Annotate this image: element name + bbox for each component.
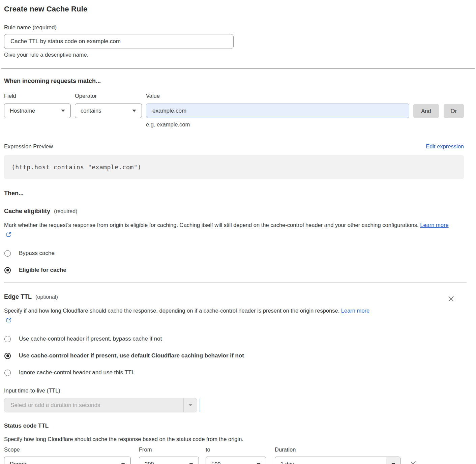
- from-select[interactable]: 200: [139, 457, 199, 464]
- value-help: e.g. example.com: [146, 121, 409, 128]
- or-button[interactable]: Or: [444, 104, 464, 118]
- to-label: to: [206, 446, 266, 453]
- value-input[interactable]: [146, 104, 409, 118]
- radio-label[interactable]: Eligible for cache: [19, 267, 66, 273]
- from-select-value: 200: [145, 461, 154, 464]
- rule-name-help: Give your rule a descriptive name.: [4, 52, 464, 58]
- operator-select-value: contains: [81, 108, 101, 114]
- edge-ttl-section: Edge TTL (optional) Specify if and how l…: [4, 293, 464, 464]
- external-link-icon: [6, 316, 11, 325]
- status-code-ttl-description: Specify how long Cloudflare should cache…: [4, 436, 464, 442]
- radio-label[interactable]: Bypass cache: [19, 250, 55, 257]
- radio-button[interactable]: [4, 336, 11, 342]
- value-label: Value: [146, 93, 409, 99]
- radio-button[interactable]: [4, 250, 11, 257]
- scope-column: Scope Range: [4, 446, 131, 464]
- chevron-down-icon: [121, 463, 125, 464]
- ttl-duration-placeholder: Select or add a duration in seconds: [4, 398, 183, 412]
- operator-column: Operator contains: [75, 93, 142, 118]
- expression-preview-header: Expression Preview Edit expression: [4, 143, 464, 150]
- field-column: Field Hostname: [4, 93, 71, 118]
- radio-label[interactable]: Ignore cache-control header and use this…: [19, 369, 135, 376]
- from-label: From: [139, 446, 199, 453]
- chevron-down-icon: [132, 110, 136, 112]
- learn-more-link[interactable]: Learn more: [341, 308, 369, 314]
- cache-eligibility-section: Cache eligibility (required) Mark whethe…: [4, 208, 464, 273]
- scope-select[interactable]: Range: [4, 457, 131, 464]
- chevron-down-icon: [188, 404, 192, 406]
- optional-tag: (optional): [35, 294, 58, 300]
- scope-select-value: Range: [10, 461, 26, 464]
- field-label: Field: [4, 93, 71, 99]
- status-code-ttl-heading: Status code TTL: [4, 423, 464, 429]
- edge-ttl-header: Edge TTL (optional): [4, 293, 464, 300]
- to-column: to 599: [206, 446, 266, 464]
- section-divider: [1, 68, 475, 69]
- operator-select[interactable]: contains: [75, 104, 142, 118]
- edge-ttl-description: Specify if and how long Cloudflare shoul…: [4, 306, 375, 325]
- delete-row-icon[interactable]: [410, 450, 417, 464]
- ttl-duration-select[interactable]: Select or add a duration in seconds: [4, 398, 197, 412]
- to-select-value: 599: [211, 461, 221, 464]
- field-select-value: Hostname: [10, 108, 35, 114]
- ttl-input-block: Input time-to-live (TTL) Select or add a…: [4, 387, 464, 412]
- chevron-down-icon: [257, 463, 261, 464]
- expression-code-block: (http.host contains "example.com"): [4, 155, 464, 179]
- duration-select-value: 1 day: [275, 457, 386, 464]
- dropdown-arrow-segment[interactable]: [386, 457, 400, 464]
- edge-ttl-description-text: Specify if and how long Cloudflare shoul…: [4, 308, 341, 314]
- scope-label: Scope: [4, 446, 131, 453]
- radio-option-eligible-for-cache[interactable]: Eligible for cache: [4, 267, 464, 273]
- ttl-input-label: Input time-to-live (TTL): [4, 387, 60, 394]
- radio-label[interactable]: Use cache-control header if present, byp…: [19, 336, 162, 342]
- section-divider: [4, 282, 467, 283]
- radio-option-header-bypass[interactable]: Use cache-control header if present, byp…: [4, 336, 464, 342]
- radio-option-header-default[interactable]: Use cache-control header if present, use…: [4, 352, 464, 359]
- create-cache-rule-form: Create new Cache Rule Rule name (require…: [0, 0, 472, 464]
- rule-name-section: Rule name (required) Give your rule a de…: [4, 24, 464, 58]
- value-column: Value e.g. example.com: [146, 93, 409, 128]
- chevron-down-icon: [189, 463, 193, 464]
- connector-buttons: And Or: [413, 93, 464, 118]
- cache-eligibility-header: Cache eligibility (required): [4, 208, 464, 215]
- chevron-down-icon: [391, 463, 395, 464]
- external-link-icon: [6, 230, 11, 240]
- page-title: Create new Cache Rule: [4, 5, 464, 13]
- duration-column: Duration 1 day: [275, 446, 400, 464]
- chevron-down-icon: [61, 110, 65, 112]
- radio-option-bypass-cache[interactable]: Bypass cache: [4, 250, 464, 257]
- radio-label[interactable]: Use cache-control header if present, use…: [19, 352, 244, 359]
- from-column: From 200: [139, 446, 199, 464]
- ttl-select-row: Select or add a duration in seconds: [4, 398, 464, 412]
- radio-option-ignore-header[interactable]: Ignore cache-control header and use this…: [4, 369, 464, 376]
- rule-name-label: Rule name (required): [4, 24, 57, 30]
- duration-label: Duration: [275, 446, 400, 453]
- close-icon[interactable]: [448, 295, 454, 302]
- required-tag: (required): [54, 208, 77, 214]
- radio-button[interactable]: [4, 353, 11, 359]
- status-code-ttl-row: Scope Range From 200 to 599: [4, 446, 464, 464]
- learn-more-link[interactable]: Learn more: [420, 222, 448, 228]
- cache-eligibility-description: Mark whether the request’s response from…: [4, 220, 454, 240]
- and-button[interactable]: And: [413, 104, 439, 118]
- rule-name-input[interactable]: [4, 34, 234, 49]
- to-select[interactable]: 599: [206, 457, 266, 464]
- expression-preview-label: Expression Preview: [4, 143, 53, 150]
- duration-select[interactable]: 1 day: [275, 457, 400, 464]
- dropdown-arrow-segment[interactable]: [183, 398, 197, 412]
- match-condition-row: Field Hostname Operator contains Value e…: [4, 93, 464, 128]
- radio-button[interactable]: [4, 267, 11, 273]
- edge-ttl-heading: Edge TTL: [4, 293, 32, 300]
- then-heading: Then...: [4, 190, 464, 197]
- radio-button[interactable]: [4, 370, 11, 376]
- field-select[interactable]: Hostname: [4, 104, 71, 118]
- operator-label: Operator: [75, 93, 142, 99]
- edit-expression-link[interactable]: Edit expression: [426, 143, 464, 150]
- cache-eligibility-heading: Cache eligibility: [4, 208, 50, 214]
- expression-code: (http.host contains "example.com"): [11, 164, 141, 171]
- cache-eligibility-description-text: Mark whether the request’s response from…: [4, 222, 420, 228]
- text-cursor-bar: [200, 399, 200, 412]
- match-heading: When incoming requests match...: [4, 78, 464, 85]
